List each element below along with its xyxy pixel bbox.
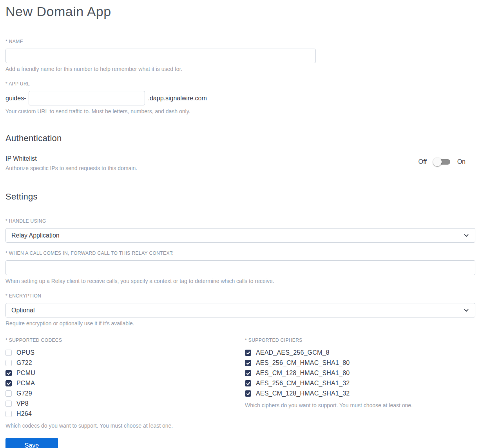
relay-context-group: * WHEN A CALL COMES IN, FORWARD CALL TO …: [5, 250, 475, 284]
checkbox-row-pcmu[interactable]: PCMU: [5, 368, 245, 378]
checkbox-label: AES_CM_128_HMAC_SHA1_32: [256, 390, 350, 397]
checkbox-unchecked-icon[interactable]: [5, 390, 12, 397]
checkbox-unchecked-icon[interactable]: [5, 350, 12, 356]
checkbox-label: AES_256_CM_HMAC_SHA1_80: [256, 359, 350, 366]
ip-whitelist-info: IP Whitelist Authorize specific IPs to s…: [5, 155, 137, 171]
checkbox-row-opus[interactable]: OPUS: [5, 348, 245, 358]
authentication-heading: Authentication: [5, 133, 475, 143]
checkbox-row-h264[interactable]: H264: [5, 409, 245, 419]
toggle-knob-icon: [433, 158, 442, 166]
name-field-group: * NAME Add a friendly name for this numb…: [5, 39, 475, 72]
checkbox-checked-icon[interactable]: [5, 370, 12, 376]
handle-using-selected-value: Relay Application: [11, 232, 60, 239]
checkbox-label: PCMA: [16, 380, 35, 387]
codecs-helper: Which codecs do you want to support. You…: [5, 423, 245, 429]
checkbox-checked-icon[interactable]: [245, 380, 251, 386]
ciphers-helper: Which ciphers do you want to support. Yo…: [245, 402, 475, 408]
checkbox-checked-icon[interactable]: [5, 380, 12, 386]
checkbox-unchecked-icon[interactable]: [5, 411, 12, 417]
checkbox-row-aes-256-cm-hmac-sha1-32[interactable]: AES_256_CM_HMAC_SHA1_32: [245, 378, 475, 388]
toggle-off-label: Off: [419, 158, 427, 165]
checkbox-checked-icon[interactable]: [245, 350, 251, 356]
save-button[interactable]: Save: [5, 438, 58, 448]
encryption-label: * ENCRYPTION: [5, 293, 475, 299]
app-url-field-group: * APP URL guides- .dapp.signalwire.com Y…: [5, 81, 475, 114]
checkbox-unchecked-icon[interactable]: [5, 360, 12, 366]
app-url-input[interactable]: [29, 91, 145, 105]
handle-using-select[interactable]: Relay Application: [5, 228, 475, 243]
checkbox-unchecked-icon[interactable]: [5, 401, 12, 407]
codec-checklist: OPUSG722PCMUPCMAG729VP8H264: [5, 348, 245, 419]
checkbox-row-aes-256-cm-hmac-sha1-80[interactable]: AES_256_CM_HMAC_SHA1_80: [245, 358, 475, 368]
checkbox-row-aes-cm-128-hmac-sha1-32[interactable]: AES_CM_128_HMAC_SHA1_32: [245, 388, 475, 399]
checkbox-label: G729: [16, 390, 32, 397]
encryption-select[interactable]: Optional: [5, 303, 475, 317]
checkbox-checked-icon[interactable]: [245, 360, 251, 366]
app-url-suffix: .dapp.signalwire.com: [148, 95, 207, 102]
checkbox-row-g729[interactable]: G729: [5, 388, 245, 399]
checkbox-row-aead-aes-256-gcm-8[interactable]: AEAD_AES_256_GCM_8: [245, 348, 475, 358]
chevron-down-icon: [463, 232, 469, 240]
checkbox-row-vp8[interactable]: VP8: [5, 399, 245, 409]
checkbox-label: AEAD_AES_256_GCM_8: [256, 349, 330, 356]
cipher-checklist: AEAD_AES_256_GCM_8AES_256_CM_HMAC_SHA1_8…: [245, 348, 475, 399]
supported-ciphers-label: * SUPPORTED CIPHERS: [245, 337, 475, 343]
name-input[interactable]: [5, 49, 316, 63]
ip-whitelist-helper: Authorize specific IPs to send requests …: [5, 165, 137, 171]
checkbox-label: G722: [16, 359, 32, 366]
checkbox-label: OPUS: [16, 349, 34, 356]
supported-codecs-label: * SUPPORTED CODECS: [5, 337, 245, 343]
checkbox-label: PCMU: [16, 370, 35, 377]
ip-whitelist-toggle[interactable]: [433, 157, 451, 167]
handle-using-label: * HANDLE USING: [5, 218, 475, 224]
relay-context-input[interactable]: [5, 260, 475, 275]
checkbox-label: AES_CM_128_HMAC_SHA1_80: [256, 370, 350, 377]
supported-codecs-group: * SUPPORTED CODECS OPUSG722PCMUPCMAG729V…: [5, 337, 245, 429]
relay-context-helper: When setting up a Relay client to receiv…: [5, 278, 475, 284]
app-url-helper: Your custom URL to send traffic to. Must…: [5, 108, 475, 114]
checkbox-row-pcma[interactable]: PCMA: [5, 378, 245, 388]
name-label: * NAME: [5, 39, 475, 44]
page-title: New Domain App: [5, 4, 475, 19]
app-url-row: guides- .dapp.signalwire.com: [5, 91, 475, 105]
app-url-prefix: guides-: [5, 95, 26, 102]
ip-whitelist-toggle-control: Off On: [419, 155, 475, 167]
toggle-on-label: On: [457, 158, 466, 165]
encryption-group: * ENCRYPTION Optional Require encryption…: [5, 293, 475, 326]
encryption-selected-value: Optional: [11, 307, 35, 314]
ip-whitelist-section: IP Whitelist Authorize specific IPs to s…: [5, 155, 475, 171]
checkbox-checked-icon[interactable]: [245, 370, 251, 376]
checkbox-label: AES_256_CM_HMAC_SHA1_32: [256, 380, 350, 387]
checkbox-row-aes-cm-128-hmac-sha1-80[interactable]: AES_CM_128_HMAC_SHA1_80: [245, 368, 475, 378]
handle-using-group: * HANDLE USING Relay Application: [5, 218, 475, 243]
checkbox-checked-icon[interactable]: [245, 390, 251, 397]
app-url-label: * APP URL: [5, 81, 475, 87]
ip-whitelist-label: IP Whitelist: [5, 155, 137, 162]
checkbox-row-g722[interactable]: G722: [5, 358, 245, 368]
settings-heading: Settings: [5, 192, 475, 202]
checkbox-label: H264: [16, 410, 32, 417]
checkbox-label: VP8: [16, 400, 29, 407]
encryption-helper: Require encryption or optionally use it …: [5, 320, 475, 326]
codec-cipher-columns: * SUPPORTED CODECS OPUSG722PCMUPCMAG729V…: [5, 337, 475, 429]
supported-ciphers-group: * SUPPORTED CIPHERS AEAD_AES_256_GCM_8AE…: [245, 337, 475, 429]
name-helper: Add a friendly name for this number to h…: [5, 66, 475, 72]
relay-context-label: * WHEN A CALL COMES IN, FORWARD CALL TO …: [5, 250, 475, 256]
chevron-down-icon: [463, 307, 469, 315]
